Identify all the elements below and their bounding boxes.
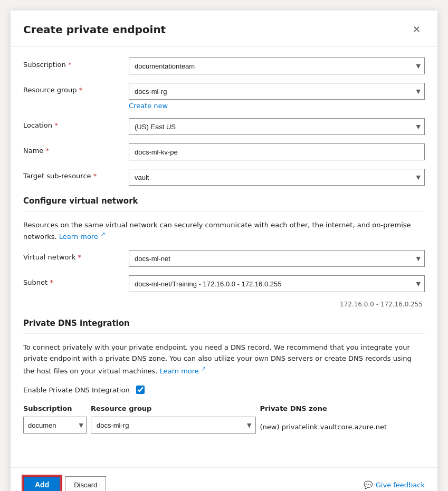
virtual-network-info-text: Resources on the same virtual network ca…: [23, 220, 425, 242]
give-feedback-link[interactable]: 💬 Give feedback: [364, 480, 425, 489]
subnet-label: Subnet *: [23, 275, 129, 286]
dns-divider: [23, 333, 425, 334]
virtual-network-learn-more-link[interactable]: Learn more ↗: [59, 233, 106, 240]
enable-dns-checkbox[interactable]: [136, 386, 145, 394]
target-sub-resource-required: *: [93, 172, 97, 180]
resource-group-select-wrapper: docs-ml-rg ▼: [129, 83, 425, 100]
target-sub-resource-control: vault ▼: [129, 169, 425, 186]
location-row: Location * (US) East US ▼: [23, 118, 425, 135]
create-private-endpoint-dialog: Create private endpoint ✕ Subscription *…: [11, 11, 437, 491]
dns-zone-value: (new) privatelink.vaultcore.azure.net: [260, 420, 425, 431]
location-control: (US) East US ▼: [129, 118, 425, 135]
target-sub-resource-row: Target sub-resource * vault ▼: [23, 169, 425, 186]
subscription-label: Subscription *: [23, 57, 129, 69]
subscription-select-wrapper: documentationteam ▼: [129, 57, 425, 74]
dns-external-link-icon: ↗: [201, 365, 206, 372]
target-sub-resource-select-wrapper: vault ▼: [129, 169, 425, 186]
dialog-header: Create private endpoint ✕: [11, 11, 437, 47]
dns-table-header: Subscription Resource group Private DNS …: [23, 405, 425, 412]
dns-zone-header: Private DNS zone: [260, 405, 425, 412]
discard-button[interactable]: Discard: [65, 476, 106, 491]
dns-table-row: documen ▼ docs-ml-rg ▼ (new) privatelink…: [23, 417, 425, 434]
dialog-body: Subscription * documentationteam ▼ Resou…: [11, 47, 437, 467]
dns-subscription-header: Subscription: [23, 405, 87, 412]
dns-section-title: Private DNS integration: [23, 319, 425, 328]
name-input[interactable]: [129, 143, 425, 160]
ip-range-text: 172.16.0.0 - 172.16.0.255: [23, 301, 425, 308]
dns-info-text: To connect privately with your private e…: [23, 342, 425, 377]
subscription-row: Subscription * documentationteam ▼: [23, 57, 425, 74]
footer-left: Add Discard: [23, 476, 106, 491]
dns-learn-more-link[interactable]: Learn more ↗: [160, 367, 206, 375]
virtual-network-select[interactable]: docs-ml-net: [129, 250, 425, 267]
dns-resource-group-select-wrapper: docs-ml-rg ▼: [91, 417, 256, 434]
create-new-link[interactable]: Create new: [129, 102, 168, 110]
virtual-network-required: *: [78, 253, 82, 261]
subnet-required: *: [50, 278, 53, 286]
virtual-network-select-wrapper: docs-ml-net ▼: [129, 250, 425, 267]
location-label: Location *: [23, 118, 129, 129]
external-link-icon: ↗: [100, 231, 105, 238]
dns-resource-group-header: Resource group: [91, 405, 256, 412]
subnet-select[interactable]: docs-ml-net/Training - 172.16.0.0 - 172.…: [129, 275, 425, 292]
resource-group-select[interactable]: docs-ml-rg: [129, 83, 425, 100]
dns-subscription-select-wrapper: documen ▼: [23, 417, 87, 434]
target-sub-resource-label: Target sub-resource *: [23, 169, 129, 180]
dialog-title: Create private endpoint: [23, 23, 166, 36]
enable-dns-label: Enable Private DNS Integration: [23, 386, 130, 394]
subscription-required: *: [68, 61, 72, 69]
location-select[interactable]: (US) East US: [129, 118, 425, 135]
enable-dns-row: Enable Private DNS Integration: [23, 386, 425, 394]
feedback-icon: 💬: [364, 480, 373, 489]
resource-group-label: Resource group *: [23, 83, 129, 94]
location-select-wrapper: (US) East US ▼: [129, 118, 425, 135]
name-label: Name *: [23, 143, 129, 155]
virtual-network-control: docs-ml-net ▼: [129, 250, 425, 267]
dns-table: Subscription Resource group Private DNS …: [23, 405, 425, 434]
subnet-row: Subnet * docs-ml-net/Training - 172.16.0…: [23, 275, 425, 292]
feedback-label: Give feedback: [376, 481, 425, 489]
subscription-select[interactable]: documentationteam: [129, 57, 425, 74]
resource-group-control: docs-ml-rg ▼ Create new: [129, 83, 425, 110]
location-required: *: [54, 121, 58, 129]
subnet-select-wrapper: docs-ml-net/Training - 172.16.0.0 - 172.…: [129, 275, 425, 292]
name-required: *: [46, 147, 50, 155]
virtual-network-row: Virtual network * docs-ml-net ▼: [23, 250, 425, 267]
virtual-network-divider: [23, 211, 425, 211]
resource-group-row: Resource group * docs-ml-rg ▼ Create new: [23, 83, 425, 110]
name-row: Name *: [23, 143, 425, 160]
virtual-network-label: Virtual network *: [23, 250, 129, 261]
name-control: [129, 143, 425, 160]
target-sub-resource-select[interactable]: vault: [129, 169, 425, 186]
virtual-network-section-title: Configure virtual network: [23, 196, 425, 206]
add-button[interactable]: Add: [23, 476, 61, 491]
close-icon: ✕: [413, 24, 421, 35]
dns-subscription-select[interactable]: documen: [23, 417, 87, 434]
dns-resource-group-select[interactable]: docs-ml-rg: [91, 417, 256, 434]
close-button[interactable]: ✕: [408, 21, 425, 38]
subnet-control: docs-ml-net/Training - 172.16.0.0 - 172.…: [129, 275, 425, 292]
dialog-footer: Add Discard 💬 Give feedback: [11, 467, 437, 491]
subscription-control: documentationteam ▼: [129, 57, 425, 74]
resource-group-required: *: [79, 86, 83, 94]
